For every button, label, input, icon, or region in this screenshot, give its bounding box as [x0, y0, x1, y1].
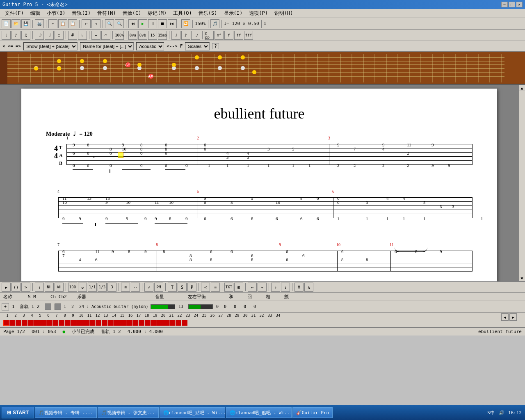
- m4-bot1[interactable]: 9: [62, 216, 65, 221]
- m5-bot6[interactable]: 6: [317, 216, 319, 221]
- tl-block-15[interactable]: [89, 320, 95, 326]
- open-btn[interactable]: 📂: [11, 19, 21, 28]
- metronome-btn[interactable]: 🎵: [210, 19, 219, 28]
- tl-block-20[interactable]: [120, 320, 126, 326]
- bt-T[interactable]: T: [168, 283, 177, 292]
- close-icon[interactable]: ✕: [2, 43, 5, 49]
- bt-frac3[interactable]: 3: [107, 283, 116, 292]
- zoom-in-btn[interactable]: 🔍: [115, 19, 124, 28]
- t2-rest[interactable]: —: [91, 31, 100, 40]
- bt-2[interactable]: (): [11, 283, 21, 292]
- m4-bot2[interactable]: 9: [79, 216, 81, 221]
- m2-6[interactable]: 5: [292, 146, 294, 151]
- n3-3[interactable]: 6: [110, 151, 112, 155]
- menu-music[interactable]: 音乐(S): [195, 9, 221, 18]
- m4-6[interactable]: 10: [126, 200, 130, 205]
- t2-15mb[interactable]: 15mb: [158, 31, 167, 40]
- tl-block-11[interactable]: [65, 320, 71, 326]
- menu-display[interactable]: 显示(I): [221, 9, 246, 18]
- bt-txt[interactable]: TXT: [224, 283, 233, 292]
- m7-3[interactable]: 11: [95, 249, 100, 254]
- m7-6[interactable]: 9: [144, 249, 147, 254]
- m4-7[interactable]: 11: [155, 200, 159, 205]
- bt-caret[interactable]: ∧: [304, 283, 313, 292]
- menu-effect[interactable]: 音效(C): [119, 9, 145, 18]
- menu-file[interactable]: 文件(F): [2, 9, 27, 18]
- tl-block-25[interactable]: [151, 320, 157, 326]
- m4-2[interactable]: 13: [87, 196, 91, 201]
- tl-block-14[interactable]: [83, 320, 89, 326]
- taskbar-item-5[interactable]: 🎸 Guitar Pro: [292, 407, 333, 418]
- tl-block-22[interactable]: [132, 320, 138, 326]
- loop-btn[interactable]: 🔁: [181, 19, 190, 28]
- bot-3[interactable]: 6: [110, 163, 112, 168]
- m6-bot6[interactable]: 1: [481, 216, 483, 221]
- sogou-icon[interactable]: S中: [487, 409, 495, 417]
- cut-btn[interactable]: ✂: [48, 19, 57, 28]
- forward-btn[interactable]: ⏭: [168, 19, 177, 28]
- tl-block-27[interactable]: [163, 320, 169, 326]
- bt-rotate[interactable]: ↻: [78, 283, 87, 292]
- bt-v[interactable]: V: [294, 283, 304, 292]
- bt-nh[interactable]: NH: [45, 283, 54, 292]
- arrow-right[interactable]: =>: [16, 43, 21, 49]
- m3-bot5[interactable]: 9: [431, 163, 434, 168]
- m3-bot1[interactable]: 2: [337, 163, 340, 168]
- m8-5[interactable]: 8: [189, 257, 192, 262]
- m8-8[interactable]: 8: [251, 257, 253, 262]
- tl-block-7[interactable]: [40, 320, 46, 326]
- m5-5[interactable]: 10: [276, 200, 280, 205]
- m5-bot4[interactable]: 6: [276, 216, 278, 221]
- tl-block-8[interactable]: [46, 320, 52, 326]
- tl-block-12[interactable]: [71, 320, 77, 326]
- bt-f2[interactable]: ⚡: [144, 283, 153, 292]
- tl-scroll-right[interactable]: ▶: [509, 313, 517, 321]
- bt-dyn[interactable]: ≡: [211, 283, 220, 292]
- m7-8[interactable]: 6: [95, 257, 98, 262]
- menu-note[interactable]: 音符(N): [94, 9, 119, 18]
- undo-btn[interactable]: ↩: [82, 19, 91, 28]
- bt-undo2[interactable]: ↩: [248, 283, 257, 292]
- tl-block-18[interactable]: [108, 320, 114, 326]
- n2-2[interactable]: 10: [122, 146, 126, 151]
- t2-tie[interactable]: ⌒: [101, 31, 110, 40]
- bt-frac2[interactable]: 1/3: [98, 283, 107, 292]
- m6-4[interactable]: 4: [386, 196, 389, 201]
- m2-8[interactable]: 3: [247, 155, 249, 160]
- t2-8vb[interactable]: 8vb: [138, 31, 147, 40]
- t2-btn1[interactable]: ♩: [2, 31, 11, 40]
- m2-7[interactable]: 3: [226, 155, 229, 160]
- m2-bot4[interactable]: 1: [267, 163, 270, 168]
- track-pan[interactable]: [188, 304, 213, 309]
- m3-5[interactable]: 9: [431, 142, 434, 147]
- m6-bot2[interactable]: 1: [366, 216, 368, 221]
- m3-6[interactable]: 4: [382, 146, 385, 151]
- taskbar-item-4[interactable]: 🌐 clannad吧_贴吧 - Wi...: [226, 407, 292, 418]
- tl-block-17[interactable]: [102, 320, 107, 326]
- m6-7[interactable]: 3: [440, 204, 442, 209]
- m5-bot5[interactable]: 6: [300, 216, 303, 221]
- m2-bot3[interactable]: 1: [247, 163, 249, 168]
- acoustic-select[interactable]: Acoustic: [136, 42, 164, 50]
- m3-bot3[interactable]: 2: [382, 163, 385, 168]
- minimize-button[interactable]: —: [501, 2, 508, 7]
- t2-sharp[interactable]: #: [68, 31, 77, 40]
- new-btn[interactable]: 📄: [2, 19, 11, 28]
- m5-4[interactable]: 9: [251, 196, 253, 201]
- tl-block-16[interactable]: [96, 320, 101, 326]
- tl-block-3[interactable]: [16, 320, 21, 326]
- t2-f[interactable]: f: [224, 31, 233, 40]
- m6-bot4[interactable]: 1: [403, 216, 405, 221]
- m3-bot4[interactable]: 2: [407, 163, 409, 168]
- scroll-up-btn[interactable]: ▲: [519, 84, 525, 91]
- m8-1[interactable]: 8: [163, 249, 165, 254]
- menu-track[interactable]: 音轨(I): [68, 9, 94, 18]
- t2-btn2[interactable]: ♪: [11, 31, 21, 40]
- m11-3[interactable]: 9: [440, 249, 442, 254]
- m2-bot2[interactable]: 1: [226, 163, 229, 168]
- tl-block-13[interactable]: [77, 320, 83, 326]
- play-btn[interactable]: ▶: [138, 19, 147, 28]
- t2-15[interactable]: 15: [148, 31, 157, 40]
- maximize-button[interactable]: □: [509, 2, 515, 7]
- n4-dot[interactable]: •: [93, 155, 95, 160]
